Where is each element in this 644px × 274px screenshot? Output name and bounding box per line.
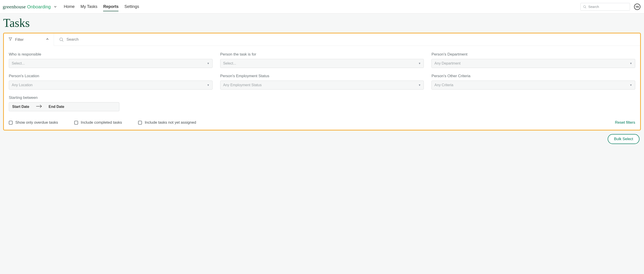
- field-label: Person's Location: [9, 74, 212, 78]
- panel-search[interactable]: [54, 34, 640, 46]
- select-placeholder: Any Employment Status: [223, 83, 262, 87]
- field-location: Person's Location Any Location ▼: [9, 74, 212, 90]
- field-label: Who is responsible: [9, 52, 212, 57]
- field-person-for: Person the task is for Select... ▼: [220, 52, 424, 68]
- svg-marker-2: [9, 38, 12, 41]
- select-placeholder: Select...: [223, 62, 236, 66]
- end-date-label: End Date: [49, 105, 64, 109]
- select-employment-status[interactable]: Any Employment Status ▼: [220, 80, 424, 90]
- brand-primary: greenhouse: [3, 4, 26, 10]
- checkbox-not-assigned[interactable]: Include tasks not yet assigned: [138, 120, 196, 125]
- filter-icon: [8, 37, 12, 42]
- field-employment-status: Person's Employment Status Any Employmen…: [220, 74, 424, 90]
- top-nav-bar: greenhouse Onboarding Home My Tasks Repo…: [0, 0, 644, 14]
- filter-toggle-label: Filter: [15, 38, 24, 42]
- date-range[interactable]: Start Date End Date: [9, 102, 119, 111]
- bulk-select-button[interactable]: Bulk Select: [608, 134, 640, 144]
- caret-down-icon: ▼: [207, 84, 210, 87]
- avatar[interactable]: YA: [634, 4, 640, 10]
- primary-nav: Home My Tasks Reports Settings: [64, 3, 139, 10]
- field-label: Starting between: [9, 96, 212, 100]
- field-other-criteria: Person's Other Criteria Any Criteria ▼: [432, 74, 635, 90]
- select-placeholder: Any Department: [434, 62, 460, 66]
- brand-switcher[interactable]: greenhouse Onboarding: [3, 4, 57, 10]
- field-department: Person's Department Any Department ▼: [432, 52, 635, 68]
- caret-down-icon: ▼: [418, 62, 421, 65]
- nav-settings[interactable]: Settings: [124, 3, 139, 10]
- field-label: Person's Department: [432, 52, 635, 57]
- checkbox-label: Include tasks not yet assigned: [145, 120, 196, 125]
- start-date-label: Start Date: [12, 105, 29, 109]
- field-starting-between: Starting between Start Date End Date: [9, 96, 212, 111]
- checkbox-icon: [74, 121, 78, 124]
- caret-down-icon: ▼: [630, 62, 632, 65]
- nav-reports[interactable]: Reports: [103, 3, 118, 10]
- select-department[interactable]: Any Department ▼: [432, 59, 635, 68]
- filter-toggle[interactable]: Filter: [4, 34, 54, 46]
- select-location[interactable]: Any Location ▼: [9, 80, 212, 90]
- search-icon: [59, 37, 64, 42]
- svg-line-1: [585, 8, 586, 8]
- field-responsible: Who is responsible Select... ▼: [9, 52, 212, 68]
- filter-panel: Filter Who is responsible Select... ▼: [3, 33, 641, 130]
- chevron-down-icon: [54, 5, 57, 8]
- field-label: Person's Employment Status: [220, 74, 424, 78]
- arrow-right-icon: [36, 105, 42, 109]
- panel-search-input[interactable]: [66, 37, 635, 42]
- caret-down-icon: ▼: [207, 62, 210, 65]
- nav-my-tasks[interactable]: My Tasks: [80, 3, 98, 10]
- chevron-up-icon: [46, 37, 49, 42]
- reset-filters-link[interactable]: Reset filters: [615, 120, 635, 125]
- select-other-criteria[interactable]: Any Criteria ▼: [432, 80, 635, 90]
- select-responsible[interactable]: Select... ▼: [9, 59, 212, 68]
- select-person-for[interactable]: Select... ▼: [220, 59, 424, 68]
- svg-line-4: [62, 40, 63, 41]
- select-placeholder: Any Criteria: [434, 83, 453, 87]
- checkbox-label: Include completed tasks: [81, 120, 122, 125]
- select-placeholder: Any Location: [12, 83, 33, 87]
- page-title: Tasks: [3, 16, 641, 30]
- svg-point-0: [584, 6, 586, 8]
- svg-point-3: [60, 38, 63, 41]
- checkbox-completed[interactable]: Include completed tasks: [74, 120, 122, 125]
- search-icon: [583, 5, 586, 8]
- field-label: Person the task is for: [220, 52, 424, 57]
- brand-secondary: Onboarding: [27, 4, 51, 10]
- checkbox-icon: [9, 121, 13, 124]
- checkbox-label: Show only overdue tasks: [15, 120, 58, 125]
- checkbox-overdue[interactable]: Show only overdue tasks: [9, 120, 58, 125]
- field-label: Person's Other Criteria: [432, 74, 635, 78]
- caret-down-icon: ▼: [630, 84, 632, 87]
- select-placeholder: Select...: [12, 62, 25, 66]
- caret-down-icon: ▼: [418, 84, 421, 87]
- global-search[interactable]: [580, 3, 630, 10]
- nav-home[interactable]: Home: [64, 3, 75, 10]
- global-search-input[interactable]: [588, 5, 628, 8]
- checkbox-icon: [138, 121, 142, 124]
